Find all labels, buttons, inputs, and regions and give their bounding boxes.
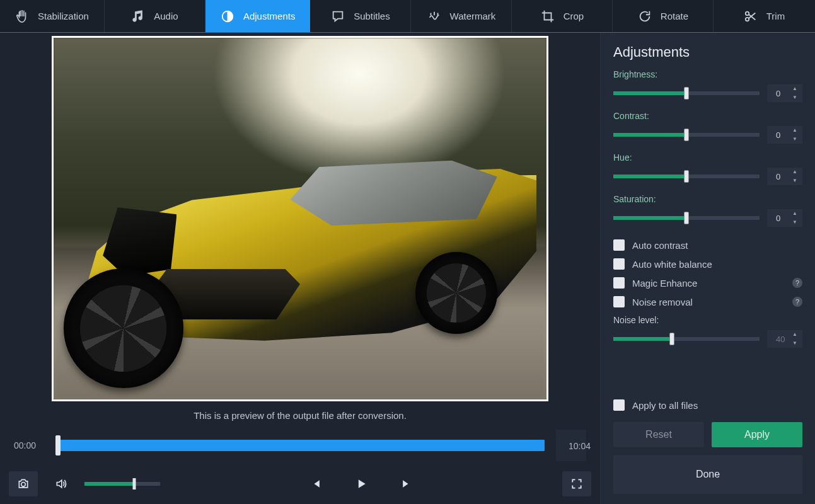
help-icon[interactable]: ? <box>792 297 802 307</box>
fullscreen-icon <box>570 478 583 490</box>
saturation-value[interactable]: 0▲▼ <box>767 209 802 227</box>
slider-thumb[interactable] <box>684 87 689 100</box>
adjustments-panel: Adjustments Brightness: 0▲▼ Contrast: 0▲… <box>601 33 815 504</box>
stepper-down[interactable]: ▼ <box>792 137 800 142</box>
tab-watermark[interactable]: Watermark <box>411 0 512 32</box>
tab-label: Adjustments <box>243 11 296 21</box>
magic-enhance-label: Magic Enhance <box>632 278 697 289</box>
watermark-icon <box>427 9 441 23</box>
help-icon[interactable]: ? <box>792 278 802 288</box>
tab-audio[interactable]: Audio <box>105 0 205 32</box>
auto-contrast-checkbox[interactable] <box>613 239 625 251</box>
crop-icon <box>541 9 555 23</box>
tab-adjustments[interactable]: Adjustments <box>205 0 311 32</box>
stepper-up[interactable]: ▲ <box>792 211 800 216</box>
stepper-down[interactable]: ▼ <box>792 220 800 225</box>
slider-thumb[interactable] <box>684 170 689 183</box>
apply-all-checkbox[interactable] <box>613 399 625 411</box>
magic-enhance-row[interactable]: Magic Enhance ? <box>613 273 802 292</box>
noise-level-label: Noise level: <box>613 315 802 325</box>
brightness-value[interactable]: 0▲▼ <box>767 84 802 102</box>
time-duration: 10:04 <box>556 430 586 461</box>
noise-removal-checkbox[interactable] <box>613 296 625 307</box>
auto-contrast-label: Auto contrast <box>632 240 688 251</box>
done-button[interactable]: Done <box>613 455 802 494</box>
contrast-value[interactable]: 0▲▼ <box>767 126 802 144</box>
volume-thumb[interactable] <box>133 478 136 490</box>
time-current: 00:00 <box>14 440 44 450</box>
tab-label: Trim <box>766 11 785 21</box>
preview-pane: This is a preview of the output file aft… <box>0 33 601 504</box>
preview-caption: This is a preview of the output file aft… <box>0 401 600 427</box>
speech-bubble-icon <box>331 9 345 23</box>
timeline-track[interactable] <box>55 440 545 451</box>
skip-back-icon <box>309 478 322 490</box>
apply-all-label: Apply to all files <box>632 400 698 411</box>
hue-value[interactable]: 0▲▼ <box>767 168 802 185</box>
tab-label: Audio <box>154 11 178 21</box>
play-button[interactable] <box>347 471 376 496</box>
tab-label: Crop <box>564 11 584 21</box>
slider-thumb[interactable] <box>669 333 674 345</box>
auto-white-balance-row[interactable]: Auto white balance <box>613 255 802 273</box>
reset-button[interactable]: Reset <box>613 422 704 447</box>
tab-subtitles[interactable]: Subtitles <box>310 0 411 32</box>
volume-slider[interactable] <box>84 482 160 486</box>
tab-trim[interactable]: Trim <box>714 0 814 32</box>
saturation-label: Saturation: <box>613 194 802 204</box>
stepper-up[interactable]: ▲ <box>792 86 800 91</box>
music-note-icon <box>131 9 145 23</box>
tab-label: Stabilization <box>38 11 89 21</box>
volume-button[interactable] <box>47 471 76 496</box>
snapshot-button[interactable] <box>9 471 38 496</box>
stepper-down[interactable]: ▼ <box>792 178 800 183</box>
noise-removal-label: Noise removal <box>632 297 693 307</box>
tab-rotate[interactable]: Rotate <box>613 0 714 32</box>
saturation-slider[interactable] <box>613 216 760 220</box>
tab-stabilization[interactable]: Stabilization <box>0 0 105 32</box>
slider-thumb[interactable] <box>684 129 689 141</box>
stepper-down[interactable]: ▼ <box>792 341 800 346</box>
hue-label: Hue: <box>613 152 802 163</box>
rotate-icon <box>638 9 652 23</box>
auto-contrast-row[interactable]: Auto contrast <box>613 236 802 255</box>
stepper-up[interactable]: ▲ <box>792 128 800 133</box>
slider-thumb[interactable] <box>684 212 689 224</box>
prev-button[interactable] <box>301 471 330 496</box>
tab-label: Rotate <box>661 11 688 21</box>
panel-title: Adjustments <box>613 44 802 60</box>
skip-forward-icon <box>400 478 413 490</box>
camera-icon <box>17 478 30 490</box>
auto-white-balance-checkbox[interactable] <box>613 258 625 270</box>
video-preview[interactable] <box>52 36 548 401</box>
noise-level-value[interactable]: 40▲▼ <box>767 330 802 348</box>
stepper-down[interactable]: ▼ <box>792 95 800 100</box>
noise-level-slider[interactable] <box>613 337 760 341</box>
contrast-slider[interactable] <box>613 133 760 137</box>
stepper-up[interactable]: ▲ <box>792 332 800 337</box>
scissors-icon <box>744 9 758 23</box>
brightness-slider[interactable] <box>613 91 760 95</box>
contrast-label: Contrast: <box>613 111 802 121</box>
toolbar: Stabilization Audio Adjustments Subtitle… <box>0 0 815 33</box>
svg-point-3 <box>21 483 26 487</box>
auto-white-balance-label: Auto white balance <box>632 259 712 270</box>
timeline-scrubber[interactable] <box>55 435 61 455</box>
tab-label: Subtitles <box>354 11 390 21</box>
apply-button[interactable]: Apply <box>712 422 802 447</box>
magic-enhance-checkbox[interactable] <box>613 277 625 289</box>
play-icon <box>355 478 367 490</box>
apply-all-row[interactable]: Apply to all files <box>613 396 802 415</box>
noise-removal-row[interactable]: Noise removal ? <box>613 292 802 311</box>
next-button[interactable] <box>392 471 421 496</box>
hue-slider[interactable] <box>613 175 760 178</box>
volume-icon <box>55 478 67 490</box>
contrast-icon <box>221 9 234 23</box>
stepper-up[interactable]: ▲ <box>792 169 800 175</box>
fullscreen-button[interactable] <box>562 471 591 496</box>
tab-label: Watermark <box>450 11 496 21</box>
brightness-label: Brightness: <box>613 69 802 79</box>
tab-crop[interactable]: Crop <box>512 0 613 32</box>
hand-icon <box>15 9 29 23</box>
